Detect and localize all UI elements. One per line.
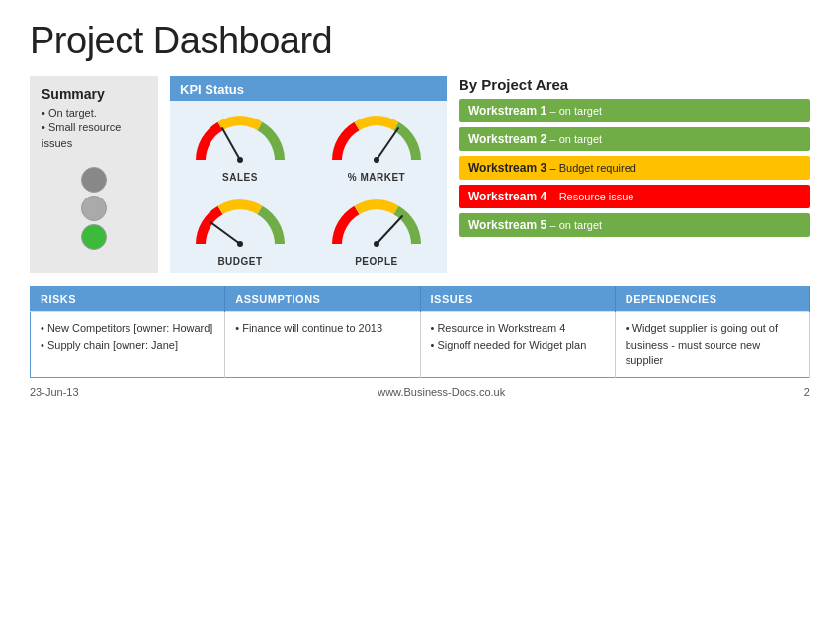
- summary-text: • On target. • Small resource issues: [42, 106, 146, 151]
- footer-website: www.Business-Docs.co.uk: [378, 386, 505, 398]
- gauge-budget-svg: [191, 195, 290, 254]
- issues-list: Resource in Workstream 4 Signoff needed …: [431, 320, 605, 353]
- cell-issues: Resource in Workstream 4 Signoff needed …: [420, 312, 615, 378]
- ws2-name: Workstream 2: [468, 132, 546, 146]
- gauge-budget-label: BUDGET: [217, 256, 262, 267]
- gauge-market-label: % MARKET: [348, 172, 405, 183]
- svg-line-4: [210, 222, 240, 244]
- workstream-3: Workstream 3 – Budget required: [459, 156, 810, 180]
- workstream-list: Workstream 1 – on target Workstream 2 – …: [459, 99, 810, 237]
- ws1-status: – on target: [550, 105, 603, 117]
- svg-point-5: [237, 241, 243, 247]
- dependencies-list: Widget supplier is going out of business…: [626, 320, 799, 369]
- page: Project Dashboard Summary • On target. •…: [0, 0, 840, 633]
- assumption-1: Finance will continue to 2013: [235, 320, 409, 337]
- footer-page: 2: [804, 386, 810, 398]
- gauge-people-label: PEOPLE: [355, 256, 398, 267]
- project-area-title: By Project Area: [459, 76, 810, 93]
- dependency-1: Widget supplier is going out of business…: [626, 320, 799, 369]
- ws5-status: – on target: [550, 219, 603, 231]
- workstream-2: Workstream 2 – on target: [459, 127, 810, 151]
- gauge-market: % MARKET: [310, 105, 443, 185]
- table-row: New Competitors [owner: Howard] Supply c…: [31, 312, 810, 378]
- gauge-budget: BUDGET: [174, 189, 306, 269]
- svg-line-0: [222, 128, 240, 160]
- gauge-sales: SALES: [174, 105, 306, 185]
- page-title: Project Dashboard: [30, 20, 810, 62]
- gauge-sales-svg: [191, 111, 290, 170]
- workstream-5: Workstream 5 – on target: [459, 213, 810, 237]
- cell-risks: New Competitors [owner: Howard] Supply c…: [31, 312, 225, 378]
- ws1-name: Workstream 1: [468, 104, 546, 118]
- cell-dependencies: Widget supplier is going out of business…: [615, 312, 809, 378]
- gauge-people: PEOPLE: [310, 189, 443, 269]
- col-issues: ISSUES: [420, 287, 615, 312]
- risk-1: New Competitors [owner: Howard]: [41, 320, 214, 337]
- svg-line-2: [377, 128, 398, 160]
- issue-1: Resource in Workstream 4: [431, 320, 605, 337]
- kpi-gauges: SALES % MARKET: [170, 101, 447, 273]
- svg-point-1: [237, 157, 243, 163]
- kpi-title: KPI Status: [170, 76, 447, 101]
- footer-date: 23-Jun-13: [30, 386, 79, 398]
- assumptions-list: Finance will continue to 2013: [235, 320, 409, 337]
- ws4-name: Workstream 4: [468, 190, 546, 203]
- risk-2: Supply chain [owner: Jane]: [41, 337, 214, 354]
- gauge-people-svg: [327, 195, 426, 254]
- summary-point-1: • On target.: [42, 107, 97, 119]
- risks-list: New Competitors [owner: Howard] Supply c…: [41, 320, 214, 353]
- svg-point-7: [374, 241, 379, 247]
- traffic-light-yellow: [81, 196, 107, 221]
- summary-box: Summary • On target. • Small resource is…: [30, 76, 158, 273]
- svg-line-6: [377, 216, 402, 244]
- col-risks: RISKS: [31, 287, 225, 312]
- workstream-4: Workstream 4 – Resource issue: [459, 185, 810, 208]
- top-section: Summary • On target. • Small resource is…: [30, 76, 810, 273]
- gauge-market-svg: [327, 111, 426, 170]
- kpi-box: KPI Status: [170, 76, 447, 273]
- cell-assumptions: Finance will continue to 2013: [225, 312, 420, 378]
- issue-2: Signoff needed for Widget plan: [431, 337, 605, 354]
- ws2-status: – on target: [550, 133, 603, 145]
- footer: 23-Jun-13 www.Business-Docs.co.uk 2: [30, 386, 810, 398]
- col-dependencies: DEPENDENCIES: [615, 287, 809, 312]
- ws5-name: Workstream 5: [468, 218, 546, 232]
- col-assumptions: ASSUMPTIONS: [225, 287, 420, 312]
- summary-title: Summary: [42, 86, 146, 102]
- project-area: By Project Area Workstream 1 – on target…: [459, 76, 810, 273]
- traffic-light: [42, 167, 146, 250]
- bottom-table: RISKS ASSUMPTIONS ISSUES DEPENDENCIES Ne…: [30, 286, 810, 378]
- gauge-sales-label: SALES: [222, 172, 258, 183]
- summary-point-2: • Small resource issues: [42, 121, 121, 148]
- traffic-light-red: [81, 167, 107, 193]
- svg-point-3: [374, 157, 379, 163]
- workstream-1: Workstream 1 – on target: [459, 99, 810, 122]
- ws4-status: – Resource issue: [550, 191, 634, 202]
- ws3-status: – Budget required: [550, 162, 636, 174]
- ws3-name: Workstream 3: [468, 161, 546, 175]
- traffic-light-green: [81, 224, 107, 250]
